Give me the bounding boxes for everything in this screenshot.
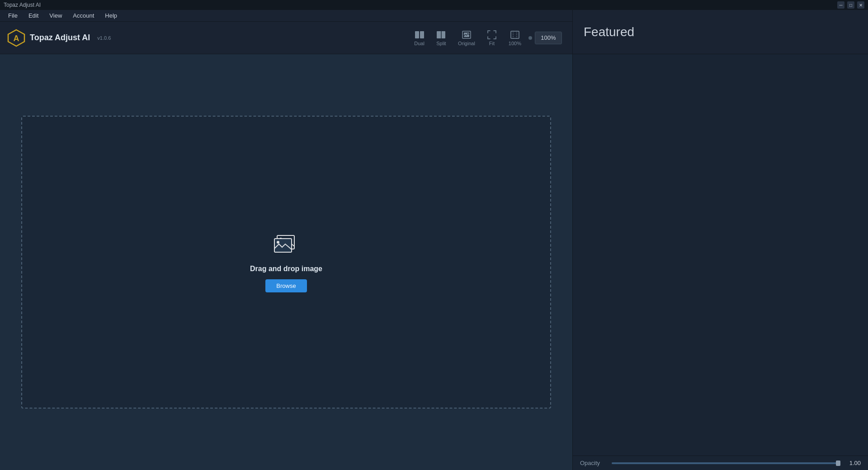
zoom-value: 100% <box>535 32 562 44</box>
svg-point-14 <box>277 241 279 244</box>
dual-icon <box>415 30 425 40</box>
fit-label: Fit <box>489 41 495 46</box>
svg-rect-3 <box>420 31 424 38</box>
title-bar: Topaz Adjust AI ─ □ ✕ <box>0 0 868 10</box>
tool-original[interactable]: Original <box>453 27 480 49</box>
opacity-bar: Opacity 1.00 <box>573 456 868 470</box>
right-panel: Opacity 1.00 <box>572 54 868 470</box>
zoom-indicator <box>528 36 532 40</box>
opacity-slider-thumb <box>836 461 840 466</box>
svg-rect-8 <box>511 31 519 38</box>
menu-account[interactable]: Account <box>68 11 99 20</box>
original-icon <box>462 30 472 40</box>
tool-zoom100[interactable]: 100% <box>504 27 526 49</box>
title-bar-text: Topaz Adjust AI <box>4 2 41 8</box>
featured-header: Featured <box>572 10 868 54</box>
minimize-button[interactable]: ─ <box>837 1 844 9</box>
restore-button[interactable]: □ <box>847 1 854 9</box>
opacity-slider[interactable] <box>612 462 840 464</box>
app-title: Topaz Adjust AI <box>30 33 90 42</box>
split-icon <box>436 30 446 40</box>
featured-title: Featured <box>584 25 634 39</box>
original-label: Original <box>458 41 475 46</box>
tool-fit[interactable]: Fit <box>482 27 501 49</box>
drop-zone[interactable]: Drag and drop image Browse <box>21 116 551 409</box>
menu-help[interactable]: Help <box>100 11 122 20</box>
zoom100-label: 100% <box>509 41 521 46</box>
image-drop-icon <box>273 232 300 257</box>
opacity-slider-fill <box>612 462 840 464</box>
fit-icon <box>487 30 497 40</box>
menu-edit[interactable]: Edit <box>24 11 43 20</box>
zoom100-icon <box>510 30 520 40</box>
drag-drop-text: Drag and drop image <box>250 265 322 273</box>
close-button[interactable]: ✕ <box>857 1 864 9</box>
main-layout: Drag and drop image Browse Opacity 1.00 <box>0 54 868 470</box>
app-version: v1.0.6 <box>97 35 111 41</box>
title-bar-controls: ─ □ ✕ <box>837 1 864 9</box>
dual-label: Dual <box>414 41 425 46</box>
tool-split[interactable]: Split <box>432 27 451 49</box>
tool-dual[interactable]: Dual <box>410 27 429 49</box>
drop-icon <box>273 232 300 258</box>
opacity-value: 1.00 <box>845 460 861 466</box>
menu-file[interactable]: File <box>4 11 22 20</box>
panel-content <box>573 54 868 456</box>
opacity-label: Opacity <box>580 460 607 466</box>
app-logo: A <box>7 29 25 47</box>
svg-rect-2 <box>415 31 419 38</box>
menu-view[interactable]: View <box>45 11 66 20</box>
browse-button[interactable]: Browse <box>265 279 307 292</box>
svg-text:A: A <box>14 34 19 43</box>
canvas-area[interactable]: Drag and drop image Browse <box>0 54 572 470</box>
split-label: Split <box>436 41 446 46</box>
logo-area: A Topaz Adjust AI v1.0.6 <box>7 29 111 47</box>
